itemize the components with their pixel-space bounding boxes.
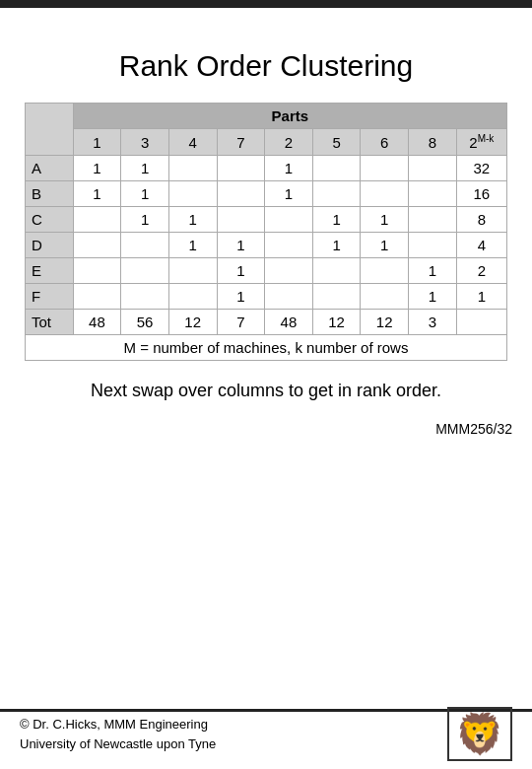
col-header-1: 1	[73, 129, 121, 156]
tot-5: 12	[312, 310, 361, 335]
cell-a-8	[409, 156, 457, 181]
cell-c-2	[265, 207, 313, 233]
cell-d-2mk: 4	[456, 233, 506, 258]
cell-e-6	[361, 258, 409, 284]
note-row: M = number of machines, k number of rows	[26, 335, 507, 361]
tot-1: 48	[73, 310, 121, 335]
tot-label: Tot	[26, 310, 74, 335]
cell-c-4: 1	[168, 207, 217, 233]
col-header-6: 6	[361, 129, 409, 156]
cell-b-2mk: 16	[456, 181, 506, 207]
table-row: E 1 1 2	[26, 258, 507, 284]
mc-header-empty	[26, 104, 74, 156]
next-swap-text: Next swap over columns to get in rank or…	[0, 381, 532, 401]
cell-f-2mk: 1	[456, 284, 506, 310]
cell-a-7	[217, 156, 265, 181]
table-note: M = number of machines, k number of rows	[26, 335, 507, 361]
cell-f-2	[265, 284, 313, 310]
col-header-4: 4	[168, 129, 217, 156]
top-bar	[0, 0, 532, 8]
tot-8: 3	[409, 310, 457, 335]
cell-a-5	[312, 156, 361, 181]
tot-row: Tot 48 56 12 7 48 12 12 3	[26, 310, 507, 335]
cell-d-7: 1	[217, 233, 265, 258]
cell-a-2: 1	[265, 156, 313, 181]
cell-b-6	[361, 181, 409, 207]
cell-e-8: 1	[409, 258, 457, 284]
cell-f-6	[361, 284, 409, 310]
cell-b-8	[409, 181, 457, 207]
cell-c-6: 1	[361, 207, 409, 233]
cell-e-2	[265, 258, 313, 284]
col-header-2: 2	[265, 129, 313, 156]
cell-d-3	[121, 233, 169, 258]
row-label-c: C	[26, 207, 74, 233]
row-label-f: F	[26, 284, 74, 310]
cell-c-2mk: 8	[456, 207, 506, 233]
cell-a-2mk: 32	[456, 156, 506, 181]
ref-number: MMM256/32	[0, 421, 512, 437]
row-label-a: A	[26, 156, 74, 181]
tot-2mk	[456, 310, 506, 335]
col-header-3: 3	[121, 129, 169, 156]
cell-e-3	[121, 258, 169, 284]
cell-d-2	[265, 233, 313, 258]
cell-f-3	[121, 284, 169, 310]
cell-b-7	[217, 181, 265, 207]
tot-3: 56	[121, 310, 169, 335]
row-label-b: B	[26, 181, 74, 207]
cell-c-8	[409, 207, 457, 233]
table-container: Parts 1 3 4 7 2 5 6 8 2M-k A 1 1 1	[25, 103, 507, 361]
col-header-5: 5	[312, 129, 361, 156]
table-row: C 1 1 1 1 8	[26, 207, 507, 233]
cell-a-4	[168, 156, 217, 181]
footer-text: © Dr. C.Hicks, MMM Engineering Universit…	[20, 715, 216, 753]
cell-e-4	[168, 258, 217, 284]
table-row: F 1 1 1	[26, 284, 507, 310]
clustering-table: Parts 1 3 4 7 2 5 6 8 2M-k A 1 1 1	[25, 103, 507, 361]
cell-d-1	[73, 233, 121, 258]
cell-b-3: 1	[121, 181, 169, 207]
tot-2: 48	[265, 310, 313, 335]
footer-line1: © Dr. C.Hicks, MMM Engineering	[20, 715, 216, 734]
cell-d-8	[409, 233, 457, 258]
cell-d-5: 1	[312, 233, 361, 258]
cell-b-5	[312, 181, 361, 207]
table-row: B 1 1 1 16	[26, 181, 507, 207]
col-header-7: 7	[217, 129, 265, 156]
cell-c-7	[217, 207, 265, 233]
page-title: Rank Order Clustering	[0, 30, 532, 83]
table-row: D 1 1 1 1 4	[26, 233, 507, 258]
col-header-2mk: 2M-k	[456, 129, 506, 156]
cell-e-7: 1	[217, 258, 265, 284]
cell-f-7: 1	[217, 284, 265, 310]
cell-b-4	[168, 181, 217, 207]
cell-d-6: 1	[361, 233, 409, 258]
cell-b-2: 1	[265, 181, 313, 207]
cell-c-1	[73, 207, 121, 233]
cell-e-2mk: 2	[456, 258, 506, 284]
tot-6: 12	[361, 310, 409, 335]
col-header-8: 8	[409, 129, 457, 156]
cell-a-6	[361, 156, 409, 181]
cell-a-3: 1	[121, 156, 169, 181]
cell-f-5	[312, 284, 361, 310]
tot-7: 7	[217, 310, 265, 335]
row-label-d: D	[26, 233, 74, 258]
footer: © Dr. C.Hicks, MMM Engineering Universit…	[0, 707, 532, 761]
tot-4: 12	[168, 310, 217, 335]
cell-c-5: 1	[312, 207, 361, 233]
cell-e-1	[73, 258, 121, 284]
footer-line2: University of Newcastle upon Tyne	[20, 734, 216, 754]
parts-header: Parts	[73, 104, 506, 129]
cell-a-1: 1	[73, 156, 121, 181]
lion-logo-icon: 🦁	[447, 707, 512, 761]
cell-f-8: 1	[409, 284, 457, 310]
cell-c-3: 1	[121, 207, 169, 233]
cell-e-5	[312, 258, 361, 284]
cell-b-1: 1	[73, 181, 121, 207]
row-label-e: E	[26, 258, 74, 284]
table-row: A 1 1 1 32	[26, 156, 507, 181]
cell-f-4	[168, 284, 217, 310]
cell-d-4: 1	[168, 233, 217, 258]
